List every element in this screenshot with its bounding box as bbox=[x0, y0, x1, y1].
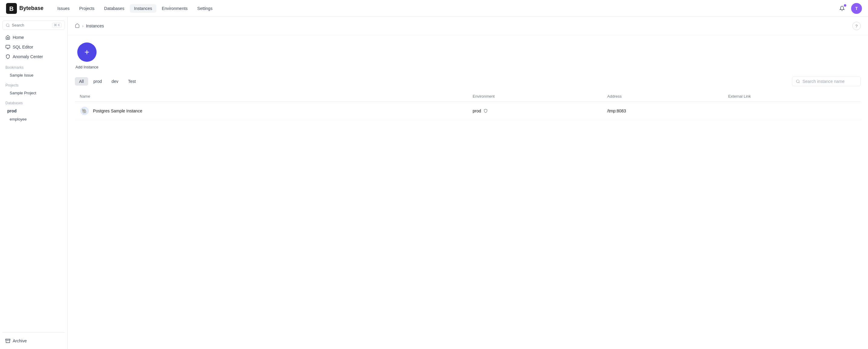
sidebar-item-anomaly-center[interactable]: Anomaly Center bbox=[2, 52, 65, 61]
svg-point-9 bbox=[797, 80, 799, 82]
add-instance-label: Add Instance bbox=[75, 65, 98, 69]
filter-tab-test[interactable]: Test bbox=[124, 77, 140, 85]
instance-env-cell: prod bbox=[468, 102, 602, 120]
col-name: Name bbox=[75, 91, 468, 102]
nav-links: Issues Projects Databases Instances Envi… bbox=[53, 4, 837, 13]
search-placeholder-text: Search bbox=[12, 23, 24, 27]
table-body: 🐘 Postgres Sample Instance prod bbox=[75, 102, 861, 120]
sidebar-footer: Archive bbox=[2, 333, 65, 345]
sidebar: Search ⌘ K Home SQL Editor Anomaly Cente… bbox=[0, 17, 68, 349]
sidebar-item-home[interactable]: Home bbox=[2, 33, 65, 42]
sidebar-item-sql-editor[interactable]: SQL Editor bbox=[2, 42, 65, 51]
bookmarks-section-label: Bookmarks bbox=[2, 62, 65, 71]
home-breadcrumb-icon bbox=[75, 23, 80, 28]
table-row[interactable]: 🐘 Postgres Sample Instance prod bbox=[75, 102, 861, 120]
notifications-button[interactable] bbox=[837, 3, 847, 14]
filter-row: All prod dev Test bbox=[75, 76, 861, 86]
nav-projects[interactable]: Projects bbox=[75, 4, 99, 13]
main-area: + Add Instance All prod dev Test bbox=[68, 35, 868, 128]
search-shortcut: ⌘ K bbox=[52, 23, 62, 28]
sidebar-item-sample-issue[interactable]: Sample Issue bbox=[2, 71, 65, 79]
search-instances-icon bbox=[796, 79, 800, 83]
svg-point-2 bbox=[6, 24, 9, 26]
instance-address: /tmp:8083 bbox=[602, 102, 723, 120]
sidebar-item-sample-project[interactable]: Sample Project bbox=[2, 89, 65, 97]
nav-instances[interactable]: Instances bbox=[130, 4, 156, 13]
nav-environments[interactable]: Environments bbox=[158, 4, 192, 13]
help-button[interactable]: ? bbox=[852, 22, 861, 30]
svg-line-10 bbox=[799, 82, 800, 83]
sql-editor-icon bbox=[5, 45, 10, 49]
add-instance-icon: + bbox=[77, 42, 97, 62]
search-right bbox=[792, 76, 861, 86]
filter-tab-all[interactable]: All bbox=[75, 77, 88, 85]
svg-text:B: B bbox=[9, 5, 13, 12]
archive-label: Archive bbox=[13, 339, 27, 343]
svg-rect-7 bbox=[6, 339, 10, 340]
breadcrumb: › Instances ? bbox=[68, 17, 868, 35]
filter-tab-prod[interactable]: prod bbox=[89, 77, 106, 85]
env-shield-icon bbox=[483, 108, 488, 114]
sidebar-search[interactable]: Search ⌘ K bbox=[2, 21, 65, 30]
logo[interactable]: B Bytebase bbox=[6, 3, 43, 14]
notification-dot bbox=[844, 4, 846, 7]
layout: Search ⌘ K Home SQL Editor Anomaly Cente… bbox=[0, 0, 868, 349]
home-icon bbox=[5, 35, 10, 40]
instance-external-link bbox=[723, 102, 861, 120]
breadcrumb-separator: › bbox=[82, 24, 84, 28]
col-external-link: External Link bbox=[723, 91, 861, 102]
col-environment: Environment bbox=[468, 91, 602, 102]
sidebar-item-employee-db[interactable]: employee bbox=[2, 115, 65, 123]
instance-environment: prod bbox=[473, 108, 481, 113]
svg-text:🐘: 🐘 bbox=[82, 108, 88, 114]
nav-issues[interactable]: Issues bbox=[53, 4, 74, 13]
breadcrumb-home[interactable] bbox=[75, 23, 80, 29]
top-nav: B Bytebase Issues Projects Databases Ins… bbox=[0, 0, 868, 17]
archive-icon bbox=[5, 339, 10, 343]
search-instance-input[interactable] bbox=[803, 79, 857, 84]
shield-icon bbox=[5, 54, 10, 59]
nav-databases[interactable]: Databases bbox=[100, 4, 129, 13]
sidebar-anomaly-label: Anomaly Center bbox=[13, 54, 43, 59]
filter-tab-dev[interactable]: dev bbox=[107, 77, 123, 85]
sidebar-sql-label: SQL Editor bbox=[13, 45, 33, 49]
postgres-icon: 🐘 bbox=[80, 106, 89, 116]
nav-right: T bbox=[837, 3, 862, 14]
breadcrumb-current: Instances bbox=[86, 24, 104, 28]
sidebar-item-prod-db[interactable]: prod bbox=[2, 107, 65, 115]
main-content: › Instances ? + Add Instance All prod de… bbox=[68, 17, 868, 349]
table-header: Name Environment Address External Link bbox=[75, 91, 861, 102]
svg-line-3 bbox=[9, 26, 10, 27]
user-avatar[interactable]: T bbox=[851, 3, 862, 14]
logo-icon: B bbox=[6, 3, 17, 14]
svg-rect-4 bbox=[6, 45, 10, 48]
databases-section-label: Databases bbox=[2, 97, 65, 106]
instance-name: Postgres Sample Instance bbox=[93, 108, 142, 113]
sidebar-home-label: Home bbox=[13, 35, 24, 40]
instances-table: Name Environment Address External Link bbox=[75, 91, 861, 120]
search-input-wrap[interactable] bbox=[792, 76, 861, 86]
instance-name-cell: 🐘 Postgres Sample Instance bbox=[75, 102, 468, 120]
logo-text: Bytebase bbox=[19, 5, 43, 11]
search-icon bbox=[6, 23, 10, 27]
col-address: Address bbox=[602, 91, 723, 102]
add-instance-button[interactable]: + Add Instance bbox=[75, 42, 99, 69]
sidebar-item-archive[interactable]: Archive bbox=[2, 336, 65, 345]
nav-settings[interactable]: Settings bbox=[193, 4, 217, 13]
projects-section-label: Projects bbox=[2, 79, 65, 89]
bell-icon bbox=[839, 6, 845, 11]
